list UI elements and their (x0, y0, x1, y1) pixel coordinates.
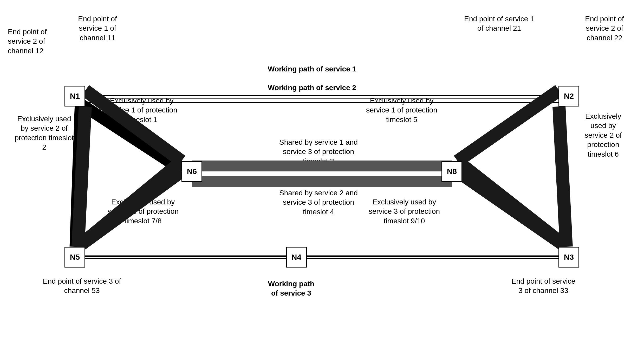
diagram-svg (0, 0, 644, 347)
node-N2: N2 (558, 86, 579, 106)
svg-line-12 (559, 106, 566, 247)
svg-line-10 (78, 161, 182, 247)
svg-line-8 (78, 106, 85, 247)
svg-rect-16 (192, 176, 452, 187)
node-N6: N6 (181, 161, 202, 182)
node-N5: N5 (64, 247, 85, 268)
node-N1: N1 (64, 86, 85, 106)
node-N8: N8 (441, 161, 462, 182)
svg-line-14 (457, 161, 566, 247)
svg-rect-15 (192, 161, 452, 171)
svg-line-7 (85, 90, 181, 161)
svg-line-5 (81, 104, 182, 170)
node-N3: N3 (558, 247, 579, 268)
svg-line-11 (458, 90, 559, 161)
diagram: N1 N2 N3 N4 N5 N6 N8 End point ofservice… (0, 0, 644, 347)
node-N4: N4 (286, 247, 307, 268)
